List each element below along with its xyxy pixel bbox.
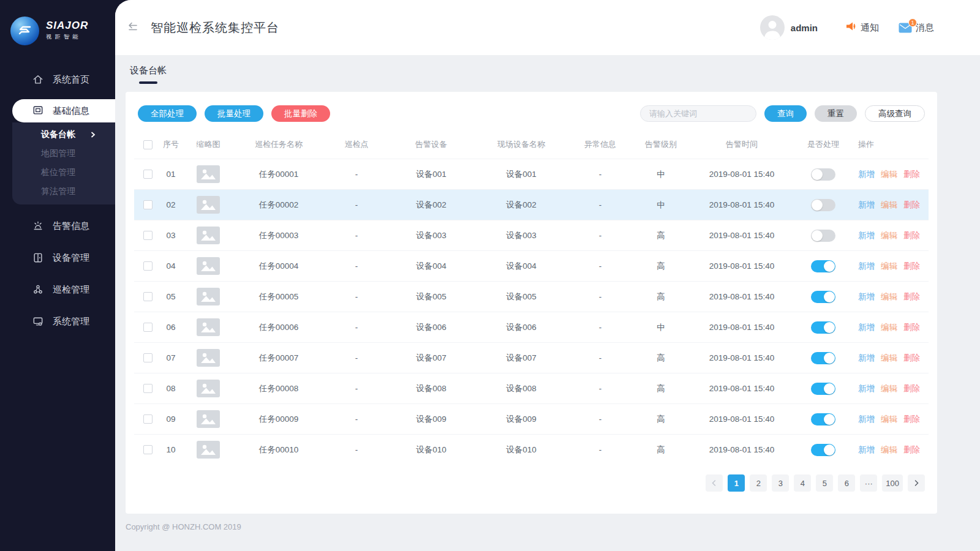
processed-toggle[interactable]: [811, 321, 835, 334]
edit-link[interactable]: 编辑: [881, 353, 897, 364]
edit-link[interactable]: 编辑: [881, 291, 897, 302]
sidebar-item-basic-info[interactable]: 基础信息: [12, 99, 115, 122]
edit-link[interactable]: 编辑: [881, 261, 897, 272]
next-page-button[interactable]: [908, 474, 925, 492]
delete-link[interactable]: 删除: [903, 261, 920, 272]
row-checkbox[interactable]: [143, 384, 153, 393]
row-checkbox[interactable]: [143, 353, 153, 362]
processed-toggle[interactable]: [811, 168, 835, 181]
sidebar-item-patrol-mgmt[interactable]: 巡检管理: [0, 277, 115, 302]
thumbnail-image[interactable]: [197, 318, 220, 336]
row-checkbox[interactable]: [143, 414, 153, 424]
page-button[interactable]: 100: [882, 474, 903, 492]
username[interactable]: admin: [791, 23, 818, 33]
thumbnail-image[interactable]: [197, 257, 220, 275]
table-header-row: 序号缩略图巡检任务名称巡检点告警设备现场设备名称异常信息告警级别告警时间是否处理…: [134, 130, 929, 159]
page-button[interactable]: 6: [838, 474, 855, 492]
edit-link[interactable]: 编辑: [881, 169, 897, 180]
thumbnail-image[interactable]: [197, 165, 220, 183]
submenu-item-map-mgmt[interactable]: 地图管理: [12, 144, 115, 163]
delete-link[interactable]: 删除: [903, 291, 920, 302]
edit-link[interactable]: 编辑: [881, 444, 897, 455]
reset-button[interactable]: 重置: [815, 105, 857, 122]
processed-toggle[interactable]: [811, 444, 835, 456]
row-checkbox[interactable]: [143, 445, 153, 454]
add-link[interactable]: 新增: [858, 200, 875, 211]
add-link[interactable]: 新增: [858, 291, 875, 302]
page-button[interactable]: 3: [772, 474, 789, 492]
sidebar-item-home[interactable]: 系统首页: [0, 67, 115, 92]
row-checkbox[interactable]: [143, 200, 153, 209]
page-ellipsis[interactable]: ···: [860, 474, 877, 492]
page-button[interactable]: 1: [728, 474, 745, 492]
row-checkbox[interactable]: [143, 231, 153, 240]
delete-link[interactable]: 删除: [903, 353, 920, 364]
thumbnail-image[interactable]: [197, 441, 220, 459]
thumbnail-image[interactable]: [197, 349, 220, 367]
processed-toggle[interactable]: [811, 352, 835, 364]
delete-link[interactable]: 删除: [903, 414, 920, 425]
message-button[interactable]: 1 消息: [899, 22, 934, 34]
delete-link[interactable]: 删除: [903, 200, 920, 211]
row-checkbox[interactable]: [143, 292, 153, 301]
sidebar-item-alarm-info[interactable]: 告警信息: [0, 214, 115, 238]
add-link[interactable]: 新增: [858, 322, 875, 333]
edit-link[interactable]: 编辑: [881, 200, 897, 211]
thumbnail-image[interactable]: [197, 380, 220, 397]
delete-link[interactable]: 删除: [903, 169, 920, 180]
thumbnail-image[interactable]: [197, 227, 220, 244]
submenu-item-pile-mgmt[interactable]: 桩位管理: [12, 163, 115, 182]
add-link[interactable]: 新增: [858, 444, 875, 455]
select-all-checkbox[interactable]: [143, 140, 153, 149]
page-button[interactable]: 5: [816, 474, 833, 492]
delete-link[interactable]: 删除: [903, 383, 920, 394]
row-checkbox[interactable]: [143, 170, 153, 179]
edit-link[interactable]: 编辑: [881, 322, 897, 333]
page-button[interactable]: 4: [794, 474, 811, 492]
processed-toggle[interactable]: [811, 199, 835, 211]
sidebar-item-system-mgmt[interactable]: 系统管理: [0, 309, 115, 334]
processed-toggle[interactable]: [811, 260, 835, 272]
avatar[interactable]: [760, 15, 785, 40]
sidebar-item-label: 告警信息: [53, 220, 89, 232]
advanced-search-button[interactable]: 高级查询: [865, 105, 925, 122]
delete-link[interactable]: 删除: [903, 322, 920, 333]
sidebar-item-device-mgmt[interactable]: 设备管理: [0, 246, 115, 270]
add-link[interactable]: 新增: [858, 261, 875, 272]
prev-page-button[interactable]: [706, 474, 723, 492]
add-link[interactable]: 新增: [858, 169, 875, 180]
add-link[interactable]: 新增: [858, 414, 875, 425]
thumbnail-image[interactable]: [197, 410, 220, 428]
cell-text: 10: [166, 445, 175, 454]
cell-text: -: [599, 170, 602, 179]
edit-link[interactable]: 编辑: [881, 383, 897, 394]
column-header: 告警时间: [689, 139, 794, 150]
processed-toggle[interactable]: [811, 413, 835, 425]
processed-toggle[interactable]: [811, 230, 835, 242]
thumbnail-image[interactable]: [197, 288, 220, 305]
search-input[interactable]: [640, 105, 756, 122]
process-all-button[interactable]: 全部处理: [138, 105, 197, 122]
page-button[interactable]: 2: [750, 474, 767, 492]
tab-device-ledger[interactable]: 设备台帐: [130, 64, 167, 84]
batch-delete-button[interactable]: 批量删除: [271, 105, 330, 122]
processed-toggle[interactable]: [811, 291, 835, 303]
row-checkbox[interactable]: [143, 261, 153, 271]
submenu-item-algorithm-mgmt[interactable]: 算法管理: [12, 182, 115, 201]
edit-link[interactable]: 编辑: [881, 414, 897, 425]
search-button[interactable]: 查询: [764, 105, 807, 122]
cell-text: -: [355, 261, 358, 271]
batch-process-button[interactable]: 批量处理: [205, 105, 263, 122]
menu-fold-icon[interactable]: [126, 20, 140, 35]
add-link[interactable]: 新增: [858, 353, 875, 364]
add-link[interactable]: 新增: [858, 383, 875, 394]
processed-toggle[interactable]: [811, 383, 835, 395]
edit-link[interactable]: 编辑: [881, 230, 897, 241]
notice-button[interactable]: 通知: [845, 20, 879, 35]
row-checkbox[interactable]: [143, 323, 153, 332]
delete-link[interactable]: 删除: [903, 444, 920, 455]
thumbnail-image[interactable]: [197, 196, 220, 214]
add-link[interactable]: 新增: [858, 230, 875, 241]
submenu-item-device-ledger[interactable]: 设备台帐: [12, 125, 115, 144]
delete-link[interactable]: 删除: [903, 230, 920, 241]
